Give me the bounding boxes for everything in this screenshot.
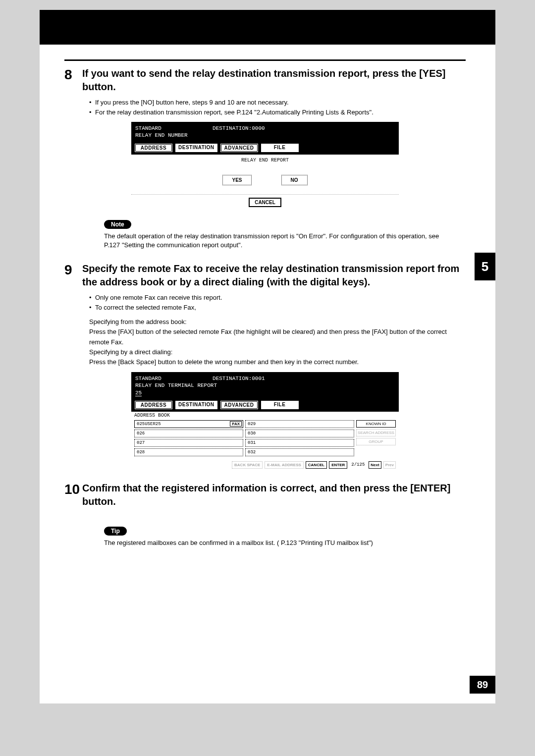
cancel-button[interactable]: CANCEL xyxy=(306,461,327,469)
tab-advanced[interactable]: ADVANCED xyxy=(220,400,259,410)
note-text: The default operation of the relay desti… xyxy=(104,232,456,251)
address-entry-029[interactable]: 029 xyxy=(245,420,354,428)
manual-page: 8 If you want to send the relay destinat… xyxy=(40,10,495,703)
address-book-col-2: 029 030 031 032 xyxy=(245,420,354,456)
fax-button[interactable]: FAX xyxy=(230,421,242,427)
page-indicator: 2/125 xyxy=(351,462,365,467)
address-book-side-buttons: KNOWN ID SEARCH ADDRESS GROUP xyxy=(356,420,396,456)
search-address-button[interactable]: SEARCH ADDRESS xyxy=(356,429,396,436)
prev-page-button[interactable]: Prev xyxy=(383,461,396,469)
top-header-bar xyxy=(40,10,495,45)
lcd-screenshot-relay-end-report: STANDARD DESTINATION:0000 RELAY END NUMB… xyxy=(131,122,399,210)
lcd-screenshot-address-book: STANDARD DESTINATION:0001 RELAY END TERM… xyxy=(131,372,399,472)
tab-file[interactable]: FILE xyxy=(261,400,299,410)
tab-destination[interactable]: DESTINATION xyxy=(175,143,218,153)
step-number: 8 xyxy=(64,67,82,94)
address-entry-026[interactable]: 026 xyxy=(134,430,243,437)
email-address-button[interactable]: E-MAIL ADDRESS xyxy=(265,461,303,469)
lcd-destination-count: DESTINATION:0001 xyxy=(213,376,265,381)
lcd-destination-count: DESTINATION:0000 xyxy=(213,125,265,131)
tab-address[interactable]: ADDRESS xyxy=(134,400,173,410)
address-entry-032[interactable]: 032 xyxy=(245,448,354,456)
note-pill: Note xyxy=(104,220,131,229)
group-button[interactable]: GROUP xyxy=(356,438,396,445)
lcd-body-label: RELAY END REPORT xyxy=(131,155,399,172)
address-book-col-1: 025USER25 FAX 026 027 028 xyxy=(134,420,243,456)
lcd-body: RELAY END REPORT YES NO CANCEL xyxy=(131,155,399,210)
tip-pill: Tip xyxy=(104,527,127,536)
enter-button[interactable]: ENTER xyxy=(329,461,347,469)
tab-destination[interactable]: DESTINATION xyxy=(175,400,218,410)
lcd-tab-row: ADDRESS DESTINATION ADVANCED FILE xyxy=(131,398,399,412)
chapter-tab: 5 xyxy=(475,253,495,280)
address-entry-030[interactable]: 030 xyxy=(245,430,354,437)
step-title: If you want to send the relay destinatio… xyxy=(82,67,466,94)
address-book-label: ADDRESS BOOK xyxy=(131,412,399,419)
lcd-subheader: RELAY END NUMBER xyxy=(135,132,188,138)
address-entry-028[interactable]: 028 xyxy=(134,448,243,456)
backspace-button[interactable]: BACK SPACE xyxy=(232,461,263,469)
lcd-mode-label: STANDARD xyxy=(135,376,161,381)
lcd-header: STANDARD DESTINATION:0000 RELAY END NUMB… xyxy=(131,122,399,141)
step-number: 9 xyxy=(64,262,82,289)
yes-no-row: YES NO xyxy=(131,172,399,194)
yes-button[interactable]: YES xyxy=(222,175,251,185)
bullet-item: For the relay destination transmission r… xyxy=(89,108,466,117)
step-number: 10 xyxy=(64,482,82,508)
lcd-subheader: RELAY END TERMINAL REPORT xyxy=(135,382,217,388)
cancel-row: CANCEL xyxy=(131,194,399,210)
lcd-mode-label: STANDARD xyxy=(135,125,161,131)
step-8-bullets: If you press the [NO] button here, steps… xyxy=(89,98,466,117)
page-number: 89 xyxy=(470,676,495,694)
address-entry-027[interactable]: 027 xyxy=(134,439,243,447)
address-entry-025[interactable]: 025USER25 FAX xyxy=(134,420,243,428)
address-book-bottom-row: BACK SPACE E-MAIL ADDRESS CANCEL ENTER 2… xyxy=(131,459,399,472)
bullet-item: Only one remote Fax can receive this rep… xyxy=(89,293,466,303)
horizontal-rule xyxy=(64,59,466,61)
lcd-header: STANDARD DESTINATION:0001 RELAY END TERM… xyxy=(131,372,399,398)
address-book-grid: 025USER25 FAX 026 027 028 029 030 031 03… xyxy=(131,419,399,459)
lcd-entered-number: 25 xyxy=(135,390,142,396)
step-9-subtext: Specifying from the address book: Press … xyxy=(89,317,466,367)
lcd-body: ADDRESS BOOK 025USER25 FAX 026 027 028 0… xyxy=(131,412,399,472)
step-9: 9 Specify the remote Fax to receive the … xyxy=(64,262,466,289)
tab-file[interactable]: FILE xyxy=(261,143,299,153)
bullet-item: To correct the selected remote Fax, xyxy=(89,303,466,313)
next-page-button[interactable]: Next xyxy=(369,461,381,469)
no-button[interactable]: NO xyxy=(281,175,308,185)
step-8: 8 If you want to send the relay destinat… xyxy=(64,67,466,94)
step-9-bullets: Only one remote Fax can receive this rep… xyxy=(89,293,466,312)
step-10: 10 Confirm that the registered informati… xyxy=(64,482,466,508)
tab-advanced[interactable]: ADVANCED xyxy=(220,143,259,153)
step-title: Confirm that the registered information … xyxy=(82,482,466,508)
cancel-button[interactable]: CANCEL xyxy=(249,198,281,207)
known-id-button[interactable]: KNOWN ID xyxy=(356,420,396,428)
tab-address[interactable]: ADDRESS xyxy=(134,143,173,153)
address-entry-031[interactable]: 031 xyxy=(245,439,354,447)
bullet-item: If you press the [NO] button here, steps… xyxy=(89,98,466,108)
lcd-tab-row: ADDRESS DESTINATION ADVANCED FILE xyxy=(131,141,399,155)
step-title: Specify the remote Fax to receive the re… xyxy=(82,262,466,289)
tip-text: The registered mailboxes can be confirme… xyxy=(104,539,456,548)
